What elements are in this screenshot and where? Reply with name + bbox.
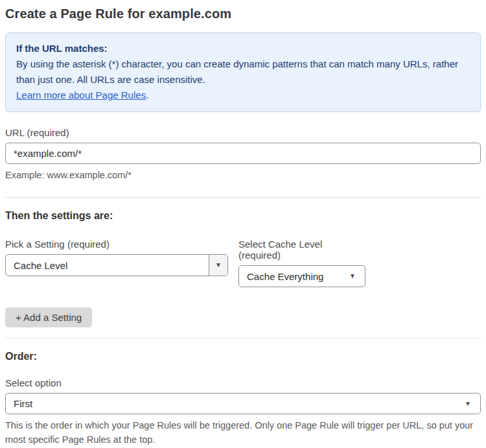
- dropdown-arrow-icon: ▼: [349, 273, 356, 279]
- link-period: .: [146, 89, 148, 100]
- add-setting-button[interactable]: + Add a Setting: [5, 307, 92, 327]
- divider: [5, 338, 481, 338]
- order-select-value: First: [6, 398, 465, 409]
- learn-more-link[interactable]: Learn more about Page Rules: [16, 89, 146, 100]
- setting-picker-select[interactable]: Cache Level ▼: [5, 254, 228, 276]
- url-field-group: URL (required) Example: www.example.com/…: [5, 127, 481, 182]
- order-select-arrow: ▼: [465, 401, 480, 407]
- url-example-helper: Example: www.example.com/*: [5, 168, 481, 182]
- setting-picker-label: Pick a Setting (required): [5, 239, 228, 250]
- dropdown-arrow-icon: ▼: [465, 401, 471, 407]
- order-helper-text: This is the order in which your Page Rul…: [5, 418, 481, 447]
- setting-picker-value: Cache Level: [6, 260, 209, 271]
- url-match-info-banner: If the URL matches: By using the asteris…: [5, 32, 481, 112]
- cache-level-arrow: ▼: [349, 273, 365, 279]
- cache-level-picker-group: Select Cache Level (required) Cache Ever…: [238, 239, 365, 287]
- page-title: Create a Page Rule for example.com: [5, 6, 481, 21]
- order-section-heading: Order:: [5, 351, 481, 362]
- cache-level-value: Cache Everything: [239, 271, 349, 282]
- dropdown-arrow-icon: ▼: [215, 262, 222, 268]
- order-field-group: Select option First ▼ This is the order …: [5, 377, 481, 447]
- page-rule-form: Create a Page Rule for example.com If th…: [0, 0, 486, 448]
- info-banner-heading: If the URL matches:: [16, 41, 470, 56]
- order-select[interactable]: First ▼: [5, 393, 481, 414]
- setting-picker-arrow-section[interactable]: ▼: [209, 255, 227, 276]
- url-field-label: URL (required): [5, 127, 481, 138]
- url-input[interactable]: [5, 143, 481, 164]
- setting-picker-group: Pick a Setting (required) Cache Level ▼: [5, 239, 228, 287]
- cache-level-select[interactable]: Cache Everything ▼: [238, 265, 365, 287]
- info-banner-link-line: Learn more about Page Rules.: [16, 88, 470, 103]
- divider: [5, 197, 481, 198]
- order-select-label: Select option: [5, 377, 481, 388]
- settings-section-heading: Then the settings are:: [5, 210, 481, 222]
- info-banner-body: By using the asterisk (*) character, you…: [16, 56, 470, 88]
- settings-row: Pick a Setting (required) Cache Level ▼ …: [5, 239, 481, 287]
- cache-level-picker-label: Select Cache Level (required): [238, 239, 365, 261]
